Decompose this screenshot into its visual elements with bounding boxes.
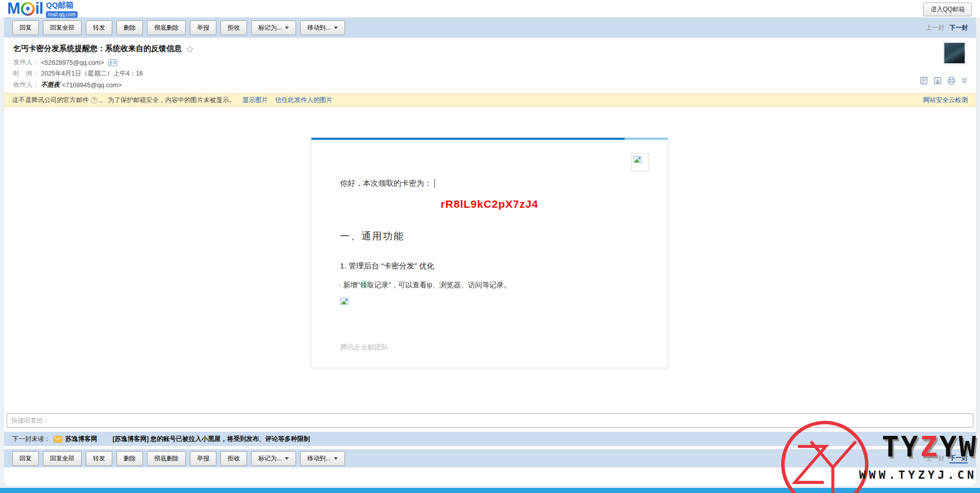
logo-letters-il: il: [35, 1, 43, 16]
toolbar-button[interactable]: 删除: [116, 451, 143, 466]
show-images-link[interactable]: 显示图片: [242, 96, 268, 105]
mark-as-dropdown[interactable]: 标记为...: [251, 20, 296, 35]
toolbar-button[interactable]: 回复全部: [43, 20, 82, 35]
brand-domain-badge: mail.qq.com: [46, 11, 78, 18]
to-label: 收件人：: [13, 81, 39, 89]
time-label: 时 间：: [13, 69, 39, 78]
toolbar-button[interactable]: 回复: [12, 20, 39, 35]
toolbar-button[interactable]: 拒收: [220, 20, 247, 35]
from-address: <52628975@qq.com>: [41, 59, 104, 66]
top-toolbar-buttons: 回复回复全部转发删除彻底删除举报拒收: [12, 20, 247, 35]
toolbar-button[interactable]: 回复全部: [43, 451, 82, 466]
next-mail-link[interactable]: 下一封: [949, 23, 968, 32]
attachment-thumbnail[interactable]: [943, 42, 966, 64]
trust-sender-images-link[interactable]: 信任此发件人的图片: [275, 96, 333, 105]
quick-reply-input[interactable]: [7, 413, 973, 428]
toolbar-button[interactable]: 举报: [190, 451, 216, 466]
card-key-code: rR8lL9kC2pX7zJ4: [311, 198, 668, 210]
previous-mail-link[interactable]: 上一封: [926, 23, 944, 32]
enter-qqmail-button[interactable]: 进入QQ邮箱: [923, 3, 972, 16]
next-mail-link[interactable]: 下一封: [949, 454, 968, 463]
top-toolbar: 回复回复全部转发删除彻底删除举报拒收 标记为... 移动到... 上一封 下一封: [4, 17, 976, 38]
chevron-double-down-icon[interactable]: [961, 77, 968, 84]
card-accent-line: [311, 138, 668, 140]
bottom-toolbar-buttons: 回复回复全部转发删除彻底删除举报拒收: [12, 451, 247, 466]
from-label: 发件人：: [13, 58, 39, 67]
site-security-check-link[interactable]: 网站安全云检测: [923, 96, 968, 105]
toolbar-button[interactable]: 彻底删除: [147, 20, 186, 35]
blocked-image-placeholder: [631, 153, 649, 171]
mail-panel: 回复回复全部转发删除彻底删除举报拒收 标记为... 移动到... 上一封 下一封…: [4, 17, 976, 486]
print-icon[interactable]: [947, 77, 955, 85]
bottom-toolbar: 回复回复全部转发删除彻底删除举报拒收 标记为... 移动到... 上一封 下一封: [4, 449, 976, 467]
toolbar-button[interactable]: 转发: [86, 451, 112, 466]
next-unread-label: 下一封未读：: [12, 435, 51, 443]
time-value: 2025年4月1日（星期二）上午4：16: [41, 69, 143, 78]
security-warning-bar: 这不是腾讯公司的官方邮件 。 为了保护邮箱安全，内容中的图片未被显示。 显示图片…: [4, 93, 976, 107]
help-circle-icon[interactable]: [91, 97, 97, 104]
toolbar-button[interactable]: 彻底删除: [147, 451, 186, 466]
warning-text-2: 。 为了保护邮箱安全，内容中的图片未被显示。: [100, 96, 235, 105]
next-unread-bar: 下一封未读： 苏逸博客网 [苏逸博客网] 您的账号已被拉入小黑屋，将受到发布、评…: [4, 432, 976, 446]
qqmail-logo[interactable]: M il QQ邮箱 mail.qq.com: [7, 1, 78, 18]
mail-header: 乞丐卡密分发系统提醒您：系统收来自的反馈信息 发件人： <52628975@qq…: [4, 38, 976, 93]
caret-down-icon: [334, 457, 338, 460]
brand-name: QQ邮箱: [46, 1, 78, 9]
note-icon[interactable]: [920, 77, 928, 85]
section-title: 一、通用功能: [340, 230, 404, 243]
caret-down-icon: [334, 27, 338, 29]
toolbar-button[interactable]: 拒收: [220, 451, 247, 466]
broken-image-icon: [633, 155, 642, 164]
previous-mail-link[interactable]: 上一封: [926, 454, 944, 463]
caret-down-icon: [285, 457, 289, 460]
toolbar-button[interactable]: 回复: [12, 451, 39, 466]
next-unread-sender[interactable]: 苏逸博客网: [65, 435, 97, 443]
warning-text: 这不是腾讯公司的官方邮件: [12, 96, 89, 105]
email-content-card: 你好，本次领取的卡密为： rR8lL9kC2pX7zJ4 一、通用功能 1. 管…: [311, 137, 668, 368]
move-to-dropdown[interactable]: 移动到...: [300, 451, 345, 466]
feature-item-detail: · 新增“领取记录”，可以查看ip、浏览器、访问等记录。: [339, 281, 511, 290]
toolbar-button[interactable]: 删除: [116, 20, 143, 35]
app-header: M il QQ邮箱 mail.qq.com 进入QQ邮箱: [0, 0, 980, 17]
greeting-text: 你好，本次领取的卡密为：: [340, 179, 432, 188]
signature-text: 腾讯企业邮团队: [340, 343, 388, 352]
move-to-dropdown[interactable]: 移动到...: [300, 20, 345, 35]
download-icon[interactable]: [934, 77, 942, 85]
contact-card-icon[interactable]: [108, 59, 117, 66]
bell-icon: [24, 6, 31, 12]
toolbar-button[interactable]: 转发: [86, 20, 112, 35]
star-favorite-icon[interactable]: [186, 45, 194, 53]
next-unread-subject[interactable]: [苏逸博客网] 您的账号已被拉入小黑屋，将受到发布、评论等多种限制: [113, 435, 310, 443]
logo-letter-m: M: [7, 1, 20, 16]
logo-ring-icon: [21, 2, 35, 16]
recipient-name: 不熬夜: [41, 81, 60, 89]
text-cursor: [434, 179, 435, 188]
recipient-address: <7108945@qq.com>: [62, 82, 122, 89]
envelope-icon: [54, 436, 62, 442]
bottom-blue-strip: [0, 488, 980, 493]
mark-as-dropdown[interactable]: 标记为...: [251, 451, 296, 466]
toolbar-button[interactable]: 举报: [190, 20, 216, 35]
caret-down-icon: [285, 27, 289, 29]
thumbnail-photo: [944, 43, 965, 63]
blocked-image-placeholder-2: [340, 297, 349, 306]
mail-subject: 乞丐卡密分发系统提醒您：系统收来自的反馈信息: [13, 44, 182, 54]
mail-body-area: 你好，本次领取的卡密为： rR8lL9kC2pX7zJ4 一、通用功能 1. 管…: [4, 107, 976, 411]
broken-image-icon: [340, 297, 349, 306]
feature-item-title: 1. 管理后台 “卡密分发” 优化: [340, 261, 434, 271]
